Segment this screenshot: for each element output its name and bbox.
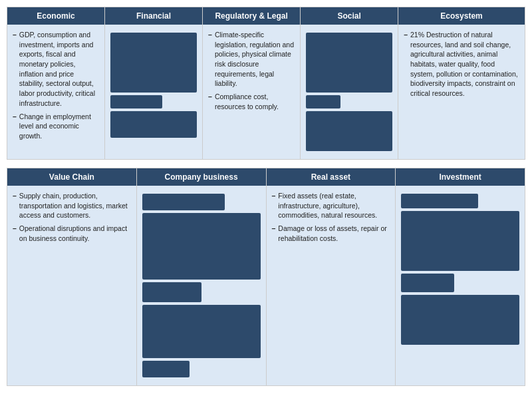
ecosystem-col: Ecosystem – 21% Destruction of natural r… [398, 7, 525, 159]
valuechain-bullet-2: – Operational disruptions and impact on … [13, 224, 131, 243]
investment-content [396, 186, 525, 353]
valuechain-bullet-1: – Supply chain, production, transportati… [13, 191, 131, 220]
regulatory-header: Regulatory & Legal [203, 7, 300, 25]
realasset-col: Real asset – Fixed assets (real estate, … [267, 168, 396, 385]
social-header: Social [301, 7, 398, 25]
social-content [301, 25, 398, 159]
regulatory-col: Regulatory & Legal – Climate-specific le… [203, 7, 301, 159]
company-dark-block-1 [142, 194, 225, 210]
regulatory-content: – Climate-specific legislation, regulati… [203, 25, 300, 120]
economic-header: Economic [7, 7, 104, 25]
realasset-content: – Fixed assets (real estate, infrastruct… [267, 186, 396, 252]
economic-bullet-2: – Change in employment level and economi… [13, 112, 99, 141]
social-dark-block-3 [306, 111, 392, 151]
top-table: Economic – GDP, consumption and investme… [7, 7, 525, 160]
social-col: Social [301, 7, 398, 159]
realasset-header: Real asset [267, 168, 396, 186]
financial-content [105, 25, 202, 146]
ecosystem-content: – 21% Destruction of natural resources, … [398, 25, 525, 107]
economic-bullet-1: – GDP, consumption and investment, impor… [13, 30, 99, 108]
financial-dark-block-2 [110, 95, 162, 108]
investment-dark-block-4 [401, 295, 519, 345]
financial-dark-block-3 [110, 111, 197, 138]
investment-dark-block-2 [401, 211, 519, 271]
ecosystem-bullet-1: – 21% Destruction of natural resources, … [404, 30, 519, 99]
investment-dark-block-1 [401, 194, 478, 208]
valuechain-header: Value Chain [7, 168, 136, 186]
main-container: Economic – GDP, consumption and investme… [7, 7, 525, 386]
financial-dark-block-1 [110, 33, 197, 93]
ecosystem-header: Ecosystem [398, 7, 525, 25]
financial-header: Financial [105, 7, 202, 25]
company-col: Company business [137, 168, 267, 385]
social-dark-block-2 [306, 95, 340, 108]
company-header: Company business [137, 168, 266, 186]
economic-content: – GDP, consumption and investment, impor… [7, 25, 104, 150]
company-dark-block-5 [142, 361, 190, 377]
company-dark-block-2 [142, 213, 261, 280]
regulatory-bullet-1: – Climate-specific legislation, regulati… [208, 30, 295, 89]
company-dark-block-3 [142, 282, 201, 302]
valuechain-col: Value Chain – Supply chain, production, … [7, 168, 137, 385]
company-content [137, 186, 266, 385]
bottom-table: Value Chain – Supply chain, production, … [7, 168, 525, 386]
company-dark-block-4 [142, 305, 261, 358]
investment-col: Investment [396, 168, 525, 385]
realasset-bullet-1: – Fixed assets (real estate, infrastruct… [272, 191, 390, 220]
social-dark-block-1 [306, 33, 392, 93]
investment-header: Investment [396, 168, 525, 186]
economic-col: Economic – GDP, consumption and investme… [7, 7, 105, 159]
valuechain-content: – Supply chain, production, transportati… [7, 186, 136, 252]
financial-col: Financial [105, 7, 203, 159]
investment-dark-block-3 [401, 274, 454, 292]
realasset-bullet-2: – Damage or loss of assets, repair or re… [272, 224, 390, 243]
regulatory-bullet-2: – Compliance cost, resources to comply. [208, 92, 295, 111]
